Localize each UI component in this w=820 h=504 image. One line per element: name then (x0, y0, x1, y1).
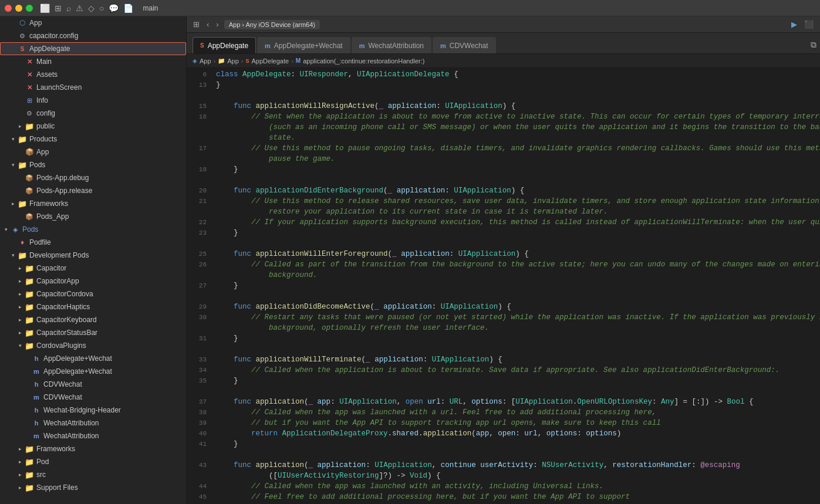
sidebar-toggle-icon[interactable]: ⬜ (40, 4, 50, 13)
speech-icon[interactable]: 💬 (109, 4, 119, 13)
forward-icon[interactable]: › (214, 20, 220, 29)
sidebar-item-pod[interactable]: 📁 Pod (0, 455, 186, 468)
tab-label-appdelegate-wechat: AppDelegate+Wechat (274, 42, 343, 50)
code-line: // Called when the app was launched with… (211, 407, 820, 418)
sidebar-item-public[interactable]: 📁 public (0, 120, 186, 133)
sidebar-label-cdvwechat-h: CDVWechat (43, 380, 82, 388)
arrow-icon (9, 252, 16, 259)
pkg-icon: 📦 (25, 212, 34, 221)
folder-icon: 📁 (25, 263, 34, 273)
sidebar-label-capacitorstatusbar: CapacitorStatusBar (36, 329, 97, 337)
sidebar-label-wechatattribution-h: WechatAttribution (43, 419, 99, 427)
tab-appdelegate-wechat[interactable]: m AppDelegate+Wechat (257, 37, 350, 53)
sidebar-item-capacitorhaptics[interactable]: 📁 CapacitorHaptics (0, 300, 186, 313)
sidebar-item-frameworks2[interactable]: 📁 Frameworks (0, 442, 186, 455)
sidebar-item-development-pods[interactable]: 📁 Development Pods (0, 249, 186, 262)
sidebar-item-pods-app-release[interactable]: 📦 Pods-App.release (0, 184, 186, 197)
sidebar-item-capacitorkeyboard[interactable]: 📁 CapacitorKeyboard (0, 313, 186, 326)
fullscreen-button[interactable] (26, 5, 33, 12)
sidebar-item-assets[interactable]: ✕ Assets (0, 68, 186, 81)
code-content[interactable]: class AppDelegate: UIResponder, UIApplic… (211, 68, 820, 504)
diamond-icon[interactable]: ◇ (88, 4, 95, 13)
sidebar-item-cdvwechat-h[interactable]: h CDVWechat (0, 378, 186, 391)
sidebar: ⬡ App ⚙ capacitor.config S AppDelegate ✕… (0, 16, 187, 504)
sidebar-item-src[interactable]: 📁 src (0, 468, 186, 481)
sidebar-label-config: config (36, 109, 55, 117)
sidebar-item-pods-group[interactable]: 📁 Pods (0, 158, 186, 171)
tab-bar: S AppDelegate m AppDelegate+Wechat m Wec… (187, 33, 820, 54)
code-line: } (211, 280, 820, 291)
split-editor-button[interactable]: ⧉ (811, 40, 820, 53)
sidebar-label-app: App (29, 19, 42, 27)
code-line: } (211, 376, 820, 386)
breadcrumb-method[interactable]: application(_:continue:restorationHandle… (303, 57, 424, 65)
sidebar-item-capacitorcordova[interactable]: 📁 CapacitorCordova (0, 287, 186, 300)
sidebar-item-appdelegate[interactable]: S AppDelegate (0, 42, 186, 55)
doc-icon[interactable]: 📄 (123, 4, 133, 13)
sidebar-label-frameworks2: Frameworks (36, 445, 75, 453)
sidebar-item-cordovaplugins[interactable]: 📁 CordovaPlugins (0, 339, 186, 352)
podfile-icon: ♦ (18, 238, 27, 247)
breadcrumb-app[interactable]: App (200, 57, 211, 65)
breadcrumb-appdelegate[interactable]: AppDelegate (252, 57, 289, 65)
sidebar-item-main[interactable]: ✕ Main (0, 55, 186, 68)
sidebar-label-products: Products (29, 135, 57, 143)
close-button[interactable] (5, 5, 12, 12)
breadcrumb-app-icon: ◈ (193, 57, 197, 64)
m-icon: m (32, 431, 41, 441)
code-line: // If your application supports backgrou… (211, 217, 820, 228)
code-line: } (211, 333, 820, 344)
sidebar-item-wechat-bridging[interactable]: h Wechat-Bridging-Header (0, 404, 186, 417)
tab-wechatattribution[interactable]: m WechatAttribution (352, 37, 431, 53)
sidebar-item-appdelegate-wechat-m[interactable]: m AppDelegate+Wechat (0, 365, 186, 378)
pkg-icon: 📦 (25, 173, 34, 182)
sidebar-item-cdvwechat-m[interactable]: m CDVWechat (0, 391, 186, 404)
sidebar-item-capacitorstatusbar[interactable]: 📁 CapacitorStatusBar (0, 326, 186, 339)
sidebar-item-config[interactable]: ⚙ config (0, 107, 186, 120)
sidebar-item-wechatattribution-m[interactable]: m WechatAttribution (0, 429, 186, 442)
tab-appdelegate[interactable]: S AppDelegate (193, 37, 256, 53)
run-button[interactable]: ▶ (789, 20, 799, 29)
scheme-selector[interactable]: App › Any iOS Device (arm64) (224, 20, 320, 29)
sidebar-item-podfile[interactable]: ♦ Podfile (0, 236, 186, 249)
sidebar-item-pods-root[interactable]: ◈ Pods (0, 223, 186, 236)
swift-icon: S (18, 44, 27, 53)
sidebar-item-products[interactable]: 📁 Products (0, 133, 186, 146)
sidebar-item-pods-app-debug[interactable]: 📦 Pods-App.debug (0, 171, 186, 184)
xmark-icon: ✕ (25, 70, 34, 79)
sidebar-item-frameworks[interactable]: 📁 Frameworks (0, 197, 186, 210)
sidebar-item-app[interactable]: ⬡ App (0, 16, 186, 29)
warning-icon[interactable]: ⚠ (76, 4, 83, 13)
tab-cdvwechat[interactable]: m CDVWechat (433, 37, 496, 53)
search-icon[interactable]: ⌕ (66, 4, 71, 13)
breadcrumb-app2[interactable]: App (227, 57, 239, 65)
stop-button[interactable]: ⬛ (802, 20, 815, 29)
sidebar-item-support-files[interactable]: 📁 Support Files (0, 481, 186, 494)
sidebar-item-info[interactable]: ⊞ Info (0, 94, 186, 107)
sidebar-label-pod: Pod (36, 458, 49, 466)
sidebar-item-app-product[interactable]: 📦 App (0, 146, 186, 158)
back-icon[interactable]: ‹ (205, 20, 211, 29)
m-icon: m (32, 393, 41, 402)
sidebar-item-wechatattribution-h[interactable]: h WechatAttribution (0, 417, 186, 429)
sidebar-item-capacitor[interactable]: 📁 Capacitor (0, 262, 186, 275)
arrow-icon (16, 123, 23, 130)
sidebar-item-launchscreen[interactable]: ✕ LaunchScreen (0, 81, 186, 94)
layout-icon[interactable]: ⊞ (55, 4, 62, 13)
h-icon: h (32, 405, 41, 415)
sidebar-item-capacitor-config[interactable]: ⚙ capacitor.config (0, 29, 186, 42)
minimize-button[interactable] (15, 5, 22, 12)
arrow-icon (16, 265, 23, 272)
sidebar-label-main: Main (36, 57, 52, 66)
grid-view-icon[interactable]: ⊞ (191, 20, 201, 29)
sidebar-item-pods-app[interactable]: 📦 Pods_App (0, 210, 186, 223)
circle-icon[interactable]: ○ (99, 4, 104, 13)
code-line: (such as an incoming phone call or SMS m… (211, 122, 820, 133)
branch-label: main (143, 4, 158, 12)
code-line: // but if you want the App API to suppor… (211, 418, 820, 428)
sidebar-item-appdelegate-wechat-h[interactable]: h AppDelegate+Wechat (0, 352, 186, 365)
sidebar-item-capacitorapp[interactable]: 📁 CapacitorApp (0, 275, 186, 287)
gear-icon: ⚙ (25, 109, 34, 118)
app-icon: ⬡ (18, 18, 27, 28)
code-line: pause the game. (211, 154, 820, 164)
